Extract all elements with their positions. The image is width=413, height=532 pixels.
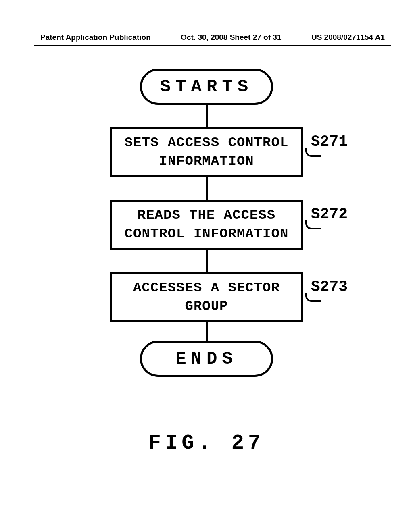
step-wrapper: SETS ACCESS CONTROL INFORMATION S271: [110, 127, 303, 177]
connector: [206, 250, 208, 272]
connector: [206, 322, 208, 341]
patent-header: Patent Application Publication Oct. 30, …: [40, 33, 385, 42]
process-step-1: SETS ACCESS CONTROL INFORMATION: [110, 127, 303, 177]
process-step-3: ACCESSES A SECTOR GROUP: [110, 272, 303, 322]
connector: [206, 177, 208, 200]
header-center: Oct. 30, 2008 Sheet 27 of 31: [181, 33, 281, 42]
connector: [206, 105, 208, 127]
header-left: Patent Application Publication: [40, 33, 151, 42]
start-terminal: STARTS: [140, 69, 273, 105]
process-step-2: READS THE ACCESS CONTROL INFORMATION: [110, 200, 303, 250]
process-text: SETS ACCESS CONTROL INFORMATION: [112, 134, 301, 171]
start-label: STARTS: [160, 77, 253, 97]
label-connector: [305, 220, 321, 229]
header-right: US 2008/0271154 A1: [311, 33, 385, 42]
flowchart: STARTS SETS ACCESS CONTROL INFORMATION S…: [0, 69, 413, 377]
end-terminal: ENDS: [140, 341, 273, 377]
step-wrapper: READS THE ACCESS CONTROL INFORMATION S27…: [110, 200, 303, 250]
header-divider: [34, 45, 391, 46]
end-label: ENDS: [175, 349, 238, 369]
label-connector: [305, 148, 321, 157]
process-text: ACCESSES A SECTOR GROUP: [112, 279, 301, 316]
label-connector: [305, 293, 321, 302]
figure-caption: FIG. 27: [0, 431, 413, 455]
process-text: READS THE ACCESS CONTROL INFORMATION: [112, 206, 301, 243]
step-wrapper: ACCESSES A SECTOR GROUP S273: [110, 272, 303, 322]
